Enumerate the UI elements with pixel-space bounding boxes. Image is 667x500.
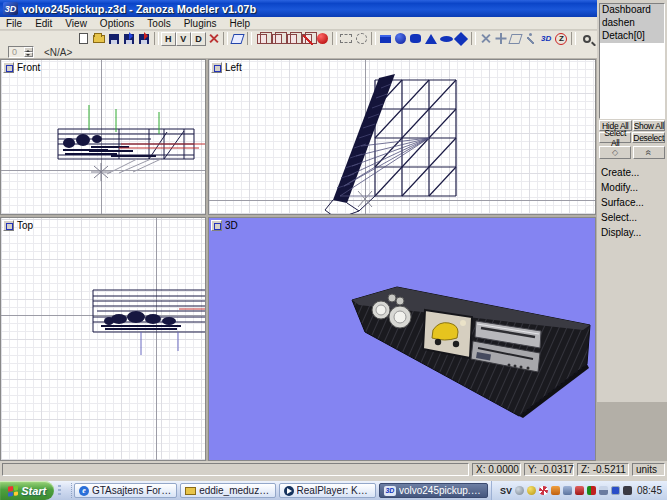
show-all-button[interactable]: Show All: [633, 120, 666, 131]
object-list-item[interactable]: Detach[0]: [600, 30, 664, 43]
import-button[interactable]: [121, 32, 136, 46]
viewport-top[interactable]: Top: [0, 217, 206, 461]
tray-blue-app-icon[interactable]: [563, 486, 572, 495]
sphere-mode-button[interactable]: [315, 32, 330, 46]
create-disc-button[interactable]: [439, 32, 454, 46]
viewport-left[interactable]: Left: [208, 59, 596, 215]
export-button[interactable]: [137, 32, 152, 46]
taskbar-item-zmodeler[interactable]: 3D volvo245pickup.z3d -...: [379, 483, 488, 498]
save-button[interactable]: [106, 32, 121, 46]
viewport-maximize-icon[interactable]: [3, 62, 14, 73]
tray-equalizer-icon[interactable]: [587, 486, 596, 495]
viewport-maximize-icon[interactable]: [211, 220, 222, 231]
select-all-button[interactable]: Select All: [599, 132, 631, 143]
object-mode-button[interactable]: [300, 32, 315, 46]
polygon-select-button[interactable]: [230, 32, 245, 46]
taskbar-item-realplayer[interactable]: RealPlayer: Kukrunka...: [279, 483, 376, 498]
start-button[interactable]: Start: [0, 481, 54, 500]
vertex-mode-button[interactable]: [254, 32, 269, 46]
circle-select-icon: [356, 33, 367, 44]
toggle-v-button[interactable]: V: [176, 32, 191, 46]
rect-select-button[interactable]: [339, 32, 354, 46]
viewport-maximize-icon[interactable]: [211, 62, 222, 73]
faces-star-icon: [208, 33, 219, 44]
level-spinner[interactable]: 0: [8, 46, 34, 58]
task-label: RealPlayer: Kukrunka...: [297, 485, 371, 496]
viewport-front[interactable]: Front: [0, 59, 206, 215]
circle-select-button[interactable]: [354, 32, 369, 46]
select-menu-item[interactable]: Select...: [599, 212, 665, 227]
window-title: volvo245pickup.z3d - Zanoza Modeler v1.0…: [22, 3, 607, 15]
menu-help[interactable]: Help: [230, 18, 251, 29]
create-cone-button[interactable]: [423, 32, 438, 46]
panel-tool-button[interactable]: ◇: [599, 146, 631, 159]
menu-plugins[interactable]: Plugins: [184, 18, 217, 29]
taskbar-item-browser[interactable]: e GTAsajtens Forum ->...: [74, 483, 177, 498]
object-list-item[interactable]: Dashboard: [600, 4, 664, 17]
mirror-tool-button[interactable]: [508, 32, 523, 46]
current-selection-label: <N/A>: [44, 47, 72, 58]
left-wireframe: [209, 60, 596, 215]
object-list-item[interactable]: dashen: [600, 17, 664, 30]
menu-tools[interactable]: Tools: [147, 18, 170, 29]
panel-collapse-button[interactable]: «: [633, 146, 665, 159]
menu-edit[interactable]: Edit: [35, 18, 52, 29]
collapse-chevron-icon: «: [643, 150, 654, 155]
toggle-h-button[interactable]: H: [161, 32, 176, 46]
3d-label-text: 3D: [225, 220, 238, 231]
tray-red-app-icon[interactable]: [575, 486, 584, 495]
menu-file[interactable]: File: [6, 18, 22, 29]
star-tool-button[interactable]: [493, 32, 508, 46]
tray-yellow-ball-icon[interactable]: [527, 486, 536, 495]
language-indicator[interactable]: SV: [500, 486, 512, 496]
tray-display-icon[interactable]: [611, 486, 620, 495]
display-menu-item[interactable]: Display...: [599, 227, 665, 242]
tray-red-knot-icon[interactable]: [539, 486, 548, 495]
bend-tool-icon: [480, 33, 491, 44]
object-cube-icon: [302, 34, 312, 44]
viewport-area: Front Left: [0, 59, 667, 461]
tray-dark-app-icon[interactable]: [623, 486, 632, 495]
status-z-coordinate: Z: -0.5211: [577, 463, 629, 476]
spinner-arrows[interactable]: [24, 47, 33, 57]
create-sphere-button[interactable]: [393, 32, 408, 46]
edge-cube-icon: [272, 34, 282, 44]
create-menu-item[interactable]: Create...: [599, 167, 665, 182]
bones-tool-button[interactable]: [523, 32, 538, 46]
uv-mapper-button[interactable]: 3D: [539, 32, 554, 46]
left-viewport-label: Left: [211, 62, 242, 73]
new-file-button[interactable]: [76, 32, 91, 46]
quick-launch-area[interactable]: [56, 483, 72, 498]
toggle-d-button[interactable]: D: [191, 32, 206, 46]
title-bar[interactable]: 3D volvo245pickup.z3d - Zanoza Modeler v…: [0, 0, 667, 17]
edge-mode-button[interactable]: [269, 32, 284, 46]
star-tool-icon: [495, 33, 506, 44]
z-space-button[interactable]: Z: [554, 32, 569, 46]
surface-menu-item[interactable]: Surface...: [599, 197, 665, 212]
menu-view[interactable]: View: [65, 18, 87, 29]
tray-back-arrow-icon[interactable]: [515, 486, 524, 495]
taskbar-clock[interactable]: 08:45: [637, 485, 662, 496]
open-file-button[interactable]: [91, 32, 106, 46]
face-mode-button[interactable]: [284, 32, 299, 46]
tray-orange-figure-icon[interactable]: [551, 486, 560, 495]
taskbar-item-folder[interactable]: eddie_meduza_-_fyll...: [180, 483, 275, 498]
viewport-maximize-icon[interactable]: [3, 220, 14, 231]
viewport-3d[interactable]: 3D: [208, 217, 596, 461]
deselect-button[interactable]: Deselect: [632, 132, 665, 143]
zoom-view-button[interactable]: [578, 32, 595, 46]
bend-tool-button[interactable]: [478, 32, 493, 46]
tray-printer-icon[interactable]: [599, 486, 608, 495]
create-cylinder-button[interactable]: [408, 32, 423, 46]
menu-options[interactable]: Options: [100, 18, 134, 29]
faces-button[interactable]: [206, 32, 221, 46]
create-polyball-button[interactable]: [454, 32, 469, 46]
v-label: V: [180, 34, 186, 44]
front-wireframe: [1, 60, 206, 215]
modify-menu-item[interactable]: Modify...: [599, 182, 665, 197]
mirror-tool-icon: [509, 34, 523, 44]
create-box-button[interactable]: [378, 32, 393, 46]
spinner-down-icon[interactable]: [24, 52, 33, 57]
windows-taskbar: Start e GTAsajtens Forum ->... eddie_med…: [0, 481, 667, 500]
object-list[interactable]: Dashboard dashen Detach[0]: [599, 3, 665, 119]
